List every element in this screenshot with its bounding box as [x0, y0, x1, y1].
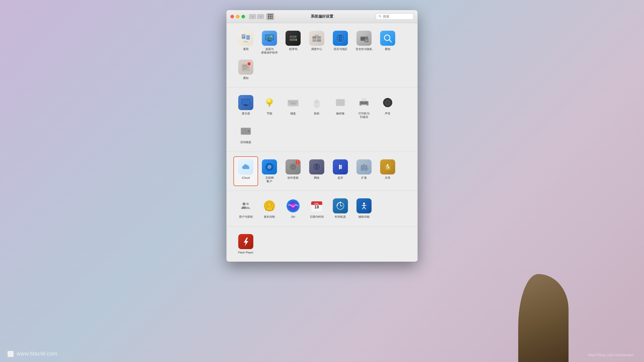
svg-point-21 [294, 39, 295, 41]
item-icloud[interactable]: iCloud [234, 157, 258, 186]
mouse-icon [310, 96, 323, 109]
datetime-icon: 18 CAL [310, 199, 323, 212]
search-icon [379, 15, 381, 18]
notifications-badge [247, 62, 251, 66]
traffic-lights [230, 15, 245, 18]
item-lang[interactable]: 语言与地区 [329, 28, 352, 57]
flashplayer-icon [240, 236, 251, 247]
svg-rect-109 [295, 166, 296, 167]
minimize-button[interactable] [236, 15, 239, 18]
forward-button[interactable]: › [257, 14, 264, 19]
item-datetime[interactable]: 18 CAL 日期与时间 [305, 196, 329, 221]
item-display[interactable]: 显示器 [234, 93, 258, 121]
item-accessibility-label: 辅助功能 [358, 215, 370, 218]
item-mouse[interactable]: 鼠标 [305, 93, 329, 121]
svg-rect-58 [268, 106, 270, 106]
content: New 通用 [226, 23, 418, 262]
svg-rect-84 [363, 102, 366, 103]
svg-rect-53 [243, 105, 248, 106]
item-users-label: 用户与群组 [239, 215, 253, 218]
item-internet[interactable]: @ 互联网 帐户 [258, 157, 281, 186]
close-button[interactable] [230, 15, 234, 18]
system-preferences-window: ‹ › 系统偏好设置 [226, 10, 418, 262]
grid-view-button[interactable] [266, 13, 274, 20]
item-lang-label: 语言与地区 [334, 47, 347, 51]
svg-point-19 [291, 39, 292, 41]
svg-point-20 [292, 39, 294, 41]
svg-point-15 [271, 35, 272, 37]
svg-rect-46 [243, 65, 247, 66]
item-trackpad[interactable]: 触控板 [329, 93, 352, 121]
svg-rect-86 [362, 105, 366, 106]
section-thirdparty: Flash Player [226, 227, 418, 262]
item-printer[interactable]: 打印机与 扫描仪 [352, 93, 376, 121]
lang-icon [335, 33, 346, 44]
trackpad-icon [334, 96, 347, 109]
item-accessibility[interactable]: 辅助功能 [352, 196, 376, 221]
svg-rect-61 [289, 101, 290, 102]
item-spotlight[interactable]: 聚焦 [376, 28, 399, 57]
svg-rect-3 [242, 35, 245, 35]
softwareupdate-badge: 1 [296, 160, 300, 164]
bluetooth-icon [335, 161, 346, 172]
item-startup-label: 启动磁盘 [240, 140, 251, 144]
svg-point-100 [248, 130, 250, 132]
svg-rect-27 [317, 36, 321, 39]
item-keyboard-label: 键盘 [290, 112, 296, 115]
display-icon [240, 97, 251, 108]
item-startup[interactable]: 启动磁盘 [234, 121, 258, 146]
window-title: 系统偏好设置 [311, 14, 333, 19]
item-bluetooth[interactable]: 蓝牙 [329, 157, 352, 186]
extensions-icon [358, 161, 370, 172]
item-flashplayer[interactable]: Flash Player [234, 232, 258, 257]
search-input[interactable] [383, 15, 411, 18]
svg-text:@: @ [267, 165, 271, 169]
item-dock[interactable]: 程序坞 [281, 28, 305, 57]
item-network[interactable]: 网络 [305, 157, 329, 186]
security-icon [358, 33, 370, 44]
item-timemachine[interactable]: 时间机器 [329, 196, 352, 221]
energy-icon [263, 96, 276, 109]
printer-icon [357, 96, 371, 109]
general-icon: New [240, 33, 251, 44]
item-desktop-label: 桌面与 屏幕保护程序 [261, 47, 278, 55]
svg-point-122 [243, 202, 246, 205]
startup-icon [239, 125, 252, 138]
maximize-button[interactable] [242, 15, 245, 18]
item-desktop[interactable]: 桌面与 屏幕保护程序 [258, 28, 281, 57]
back-button[interactable]: ‹ [249, 14, 256, 19]
item-notifications[interactable]: 通知 [234, 57, 258, 82]
item-display-label: 显示器 [242, 112, 250, 115]
timemachine-icon [335, 200, 346, 211]
item-users[interactable]: 用户与群组 [234, 196, 258, 221]
svg-point-92 [387, 102, 388, 103]
item-internet-label: 互联网 帐户 [265, 176, 274, 183]
item-general-label: 通用 [243, 47, 249, 51]
item-extensions[interactable]: 扩展 [352, 157, 376, 186]
section-personal: New 通用 [226, 23, 418, 87]
item-keyboard[interactable]: 键盘 [281, 93, 305, 121]
item-sound[interactable]: 声音 [376, 93, 399, 121]
svg-rect-52 [244, 105, 247, 105]
item-sharing[interactable]: 共享 [376, 157, 399, 186]
desktop-icon [264, 33, 275, 44]
item-energy[interactable]: 节能 [258, 93, 281, 121]
svg-rect-11 [268, 40, 271, 41]
titlebar: ‹ › 系统偏好设置 [226, 10, 418, 23]
item-missioncontrol[interactable]: 调度中心 [305, 28, 329, 57]
item-security[interactable]: 安全性与隐私 [352, 28, 376, 57]
icloud-icon [240, 161, 251, 172]
search-box[interactable] [376, 13, 414, 20]
item-softwareupdate[interactable]: 1 软件更新 [281, 157, 305, 186]
svg-point-123 [246, 203, 249, 205]
item-siri[interactable]: Siri [281, 196, 305, 221]
item-bluetooth-label: 蓝牙 [338, 176, 343, 179]
item-missioncontrol-label: 调度中心 [311, 47, 322, 51]
item-parental[interactable]: 家长控制 [258, 196, 281, 221]
item-dock-label: 程序坞 [289, 47, 297, 51]
item-softwareupdate-label: 软件更新 [288, 176, 299, 179]
item-extensions-label: 扩展 [361, 176, 367, 179]
item-general[interactable]: New 通用 [234, 28, 258, 57]
item-security-label: 安全性与隐私 [356, 47, 372, 51]
svg-line-1 [380, 17, 381, 18]
